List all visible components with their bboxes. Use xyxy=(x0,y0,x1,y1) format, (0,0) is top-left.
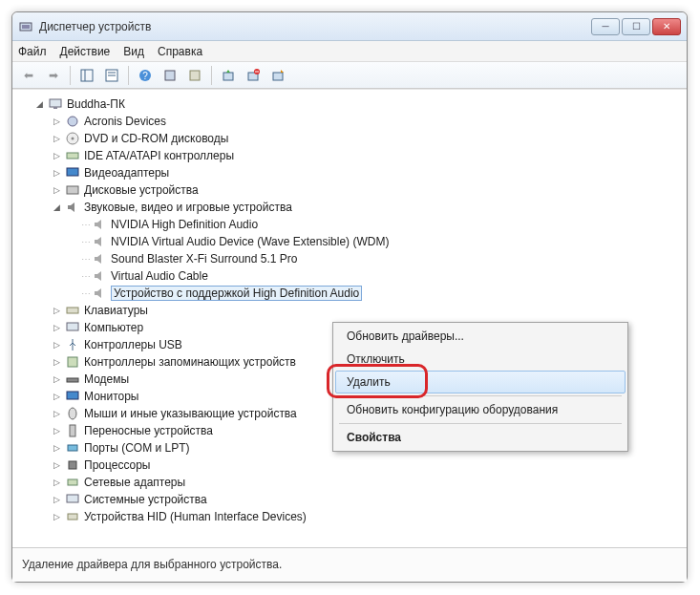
svg-rect-27 xyxy=(67,378,78,382)
expand-icon[interactable]: ▷ xyxy=(51,425,63,437)
ctx-separator xyxy=(339,395,622,396)
svg-rect-33 xyxy=(68,479,77,485)
svg-rect-2 xyxy=(81,70,93,81)
tree-item[interactable]: ▷Видеоадаптеры xyxy=(16,164,687,181)
svg-rect-17 xyxy=(53,107,57,109)
show-hide-tree-button[interactable] xyxy=(76,65,97,86)
tree-item-audio[interactable]: ⋯NVIDIA Virtual Audio Device (Wave Exten… xyxy=(16,233,687,250)
ctx-rescan[interactable]: Обновить конфигурацию оборудования xyxy=(335,398,626,421)
titlebar[interactable]: Диспетчер устройств ─ ☐ ✕ xyxy=(12,12,687,41)
svg-rect-9 xyxy=(165,71,175,80)
computer-icon xyxy=(48,96,63,112)
tree-item[interactable]: ▷Процессоры xyxy=(16,457,687,474)
expand-icon[interactable]: ▷ xyxy=(51,322,63,334)
toolbar-separator xyxy=(70,66,71,85)
forward-button[interactable]: ➡ xyxy=(43,65,64,86)
expand-icon[interactable]: ▷ xyxy=(51,167,63,180)
window-title: Диспетчер устройств xyxy=(39,20,591,33)
expand-icon[interactable]: ▷ xyxy=(51,150,63,162)
expand-icon[interactable]: ▷ xyxy=(51,391,63,403)
svg-rect-15 xyxy=(273,73,283,80)
speaker-icon xyxy=(92,286,107,301)
minimize-button[interactable]: ─ xyxy=(591,18,620,35)
tree-item-audio[interactable]: ⋯Sound Blaster X-Fi Surround 5.1 Pro xyxy=(16,250,687,267)
tree-item[interactable]: ▷Дисковые устройства xyxy=(16,181,687,199)
expand-icon[interactable]: ▷ xyxy=(51,442,63,455)
menu-view[interactable]: Вид xyxy=(123,45,144,58)
tree-item[interactable]: ▷Acronis Devices xyxy=(16,113,687,130)
cpu-icon xyxy=(65,457,80,473)
expand-icon[interactable]: ▷ xyxy=(51,459,63,472)
properties-button[interactable] xyxy=(101,65,122,86)
svg-rect-11 xyxy=(223,73,233,80)
window-controls: ─ ☐ ✕ xyxy=(591,18,681,35)
svg-rect-21 xyxy=(67,153,78,159)
svg-text:?: ? xyxy=(142,71,148,81)
tree-item[interactable]: ▷Системные устройства xyxy=(16,491,687,508)
scan-button[interactable] xyxy=(159,65,180,86)
expand-icon[interactable]: ▷ xyxy=(51,356,63,369)
tree-item[interactable]: ▷Клавиатуры xyxy=(16,302,687,319)
app-icon xyxy=(18,19,33,34)
sound-icon xyxy=(65,200,80,215)
expand-icon[interactable]: ▷ xyxy=(51,339,63,351)
display-icon xyxy=(65,165,80,181)
tree-item[interactable]: ▷Устройства HID (Human Interface Devices… xyxy=(16,508,687,525)
ctx-disable[interactable]: Отключить xyxy=(335,348,626,371)
ctx-properties[interactable]: Свойства xyxy=(335,426,626,449)
expand-icon[interactable]: ▷ xyxy=(51,133,63,145)
toolbar-separator xyxy=(128,66,129,85)
expand-icon[interactable]: ▷ xyxy=(51,477,63,489)
maximize-button[interactable]: ☐ xyxy=(622,18,650,35)
expand-icon[interactable]: ▷ xyxy=(51,494,63,506)
back-button[interactable]: ⬅ xyxy=(18,65,39,86)
device-icon xyxy=(65,114,80,129)
expand-icon[interactable]: ▷ xyxy=(51,305,63,317)
menu-action[interactable]: Действие xyxy=(60,45,111,58)
svg-rect-35 xyxy=(68,514,77,520)
mouse-icon xyxy=(65,406,80,421)
svg-rect-24 xyxy=(67,308,78,313)
menu-help[interactable]: Справка xyxy=(158,45,202,58)
expand-icon[interactable]: ▷ xyxy=(51,184,63,197)
ctx-update-drivers[interactable]: Обновить драйверы... xyxy=(335,325,626,348)
close-button[interactable]: ✕ xyxy=(652,18,681,35)
uninstall-button[interactable] xyxy=(243,65,264,86)
expand-icon[interactable]: ▷ xyxy=(51,373,63,386)
svg-rect-16 xyxy=(50,99,61,107)
disk-icon xyxy=(65,182,80,198)
tree-item-audio-selected[interactable]: ⋯Устройство с поддержкой High Definition… xyxy=(16,285,687,302)
menu-file[interactable]: Файл xyxy=(18,45,47,58)
svg-point-29 xyxy=(69,408,76,419)
ctx-delete[interactable]: Удалить xyxy=(335,371,626,393)
svg-rect-26 xyxy=(68,357,77,367)
svg-rect-25 xyxy=(67,323,78,330)
status-text: Удаление драйвера для выбранного устройс… xyxy=(22,558,282,571)
svg-rect-28 xyxy=(67,392,78,399)
svg-rect-34 xyxy=(67,495,78,502)
help-button[interactable]: ? xyxy=(135,65,156,86)
tree-item[interactable]: ▷IDE ATA/ATAPI контроллеры xyxy=(16,147,687,164)
disable-button[interactable] xyxy=(267,65,288,86)
speaker-icon xyxy=(92,251,107,266)
tree-item-sound[interactable]: ◢Звуковые, видео и игровые устройства xyxy=(16,199,687,216)
speaker-icon xyxy=(92,217,107,232)
tree-item[interactable]: ▷Сетевые адаптеры xyxy=(16,474,687,491)
tree-item-audio[interactable]: ⋯NVIDIA High Definition Audio xyxy=(16,216,687,233)
collapse-icon[interactable]: ◢ xyxy=(33,98,46,111)
device-tree[interactable]: ◢ Buddha-ПК ▷Acronis Devices ▷DVD и CD-R… xyxy=(12,89,687,545)
menubar: Файл Действие Вид Справка xyxy=(12,41,687,62)
svg-rect-30 xyxy=(70,425,75,436)
expand-icon[interactable]: ▷ xyxy=(51,116,63,128)
expand-icon[interactable]: ▷ xyxy=(51,511,63,523)
tree-item[interactable]: ▷DVD и CD-ROM дисководы xyxy=(16,130,687,147)
collapse-icon[interactable]: ◢ xyxy=(51,202,63,214)
action-button[interactable] xyxy=(184,65,205,86)
speaker-icon xyxy=(92,234,107,249)
device-manager-window: Диспетчер устройств ─ ☐ ✕ Файл Действие … xyxy=(11,11,688,583)
tree-root[interactable]: ◢ Buddha-ПК xyxy=(16,96,687,113)
update-driver-button[interactable] xyxy=(218,65,239,86)
tree-item-audio[interactable]: ⋯Virtual Audio Cable xyxy=(16,267,687,285)
system-icon xyxy=(65,492,80,507)
expand-icon[interactable]: ▷ xyxy=(51,408,63,420)
